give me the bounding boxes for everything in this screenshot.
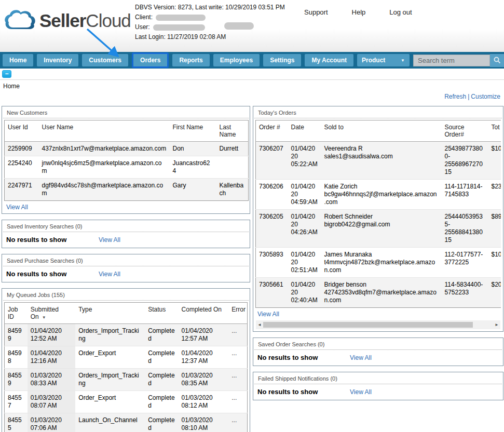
last-name-cell: Kallenbach xyxy=(216,179,249,201)
job-id-cell: 84557 xyxy=(5,391,28,413)
refresh-link[interactable]: Refresh xyxy=(444,93,466,100)
user-name-cell: 437znlx8n1xrt7w@marketplace.amazon.com xyxy=(39,142,170,156)
job-id-cell: 84559 xyxy=(5,369,28,391)
panel-title: Saved Order Searches (0) xyxy=(254,339,502,350)
completed-on-cell: 01/03/202008:12 AM xyxy=(179,391,229,413)
error-cell: ... xyxy=(228,391,247,413)
col-header-job-id[interactable]: Job ID xyxy=(5,303,28,324)
view-all-link[interactable]: View All xyxy=(255,308,281,319)
header-links: Support Help Log out xyxy=(304,8,412,16)
logout-link[interactable]: Log out xyxy=(389,8,412,16)
status-cell: Completed xyxy=(145,413,178,432)
total-cell: $10 xyxy=(488,142,501,180)
empty-message: No results to show xyxy=(6,270,99,278)
tab-inventory[interactable]: Inventory xyxy=(37,54,78,66)
tab-orders[interactable]: Orders xyxy=(133,54,167,66)
col-header-sold-to: Sold to xyxy=(321,120,442,142)
tab-settings[interactable]: Settings xyxy=(263,54,301,66)
tab-home[interactable]: Home xyxy=(3,54,33,66)
view-all-link[interactable]: View All xyxy=(99,236,120,244)
completed-on-cell: 01/04/202012:57 AM xyxy=(179,324,229,346)
dashboard-actions: Refresh|Customize xyxy=(0,91,504,103)
col-header-type[interactable]: Type xyxy=(75,303,145,324)
table-row: 84555 01/03/202007:06 AM Launch_On_Chann… xyxy=(5,413,248,432)
sold-to-cell: Katie Zorichbc9gw46hnnqs2jf@marketplace.… xyxy=(321,180,442,210)
status-cell: Completed xyxy=(145,346,178,369)
horizontal-scrollbar[interactable]: ◄ ► xyxy=(256,320,500,329)
scroll-right-icon[interactable]: ► xyxy=(493,322,500,327)
tab-reports[interactable]: Reports xyxy=(172,54,209,66)
first-name-cell: Don xyxy=(170,142,216,156)
status-cell: Completed xyxy=(145,369,178,391)
status-cell: Completed xyxy=(145,391,178,413)
sold-to-cell: Veereendra Rsales1@saudisalwa.com xyxy=(321,142,442,180)
panel-title: Saved Purchase Searches (0) xyxy=(3,255,249,266)
panel-title: Today's Orders xyxy=(254,107,502,118)
breadcrumb: Home xyxy=(0,79,504,91)
client-value-redacted xyxy=(156,15,206,21)
global-search xyxy=(413,54,504,67)
error-cell: ... xyxy=(228,324,247,346)
panel-saved-order-searches: Saved Order Searches (0) No results to s… xyxy=(253,338,503,366)
table-row: 7305893 01/04/202002:51:AM James Muranak… xyxy=(256,248,501,278)
col-header-error[interactable]: Error xyxy=(228,303,247,324)
panel-title: My Queued Jobs (155) xyxy=(3,289,249,301)
col-header-total: Tot xyxy=(488,120,501,142)
date-cell: 01/04/202002:51:AM xyxy=(288,248,321,278)
col-header-submitted-on[interactable]: Submitted On▼ xyxy=(28,303,76,324)
table-row: 7306205 01/04/202004:26:AM Robert Schnei… xyxy=(256,210,501,248)
panel-title: New Customers xyxy=(3,107,249,118)
date-cell: 01/04/202005:22:AM xyxy=(288,142,321,180)
scroll-left-icon[interactable]: ◄ xyxy=(256,322,263,327)
col-header-order-number: Order # xyxy=(256,120,288,142)
col-header-date: Date xyxy=(288,120,321,142)
last-name-cell xyxy=(216,156,249,179)
main-navbar: Home Inventory Customers Orders Reports … xyxy=(0,52,504,69)
page-header: SellerCloud DBVS Version: 8273, Last wri… xyxy=(0,0,504,52)
todays-orders-table: Order # Date Sold to Source Order# Tot xyxy=(255,120,501,308)
table-row: 84557 01/03/202008:07 AM Order_Export Co… xyxy=(5,391,248,413)
user-name-cell: dgf984vd4sc78sh@marketplace.amazon.com xyxy=(39,179,170,201)
scrollbar-thumb[interactable] xyxy=(263,322,473,328)
client-label: Client: xyxy=(135,12,153,22)
company-value-redacted xyxy=(224,22,254,30)
search-button[interactable] xyxy=(490,54,504,67)
product-scope-dropdown[interactable]: Product ▼ xyxy=(357,54,410,66)
tab-customers[interactable]: Customers xyxy=(82,54,128,66)
col-header-status[interactable]: Status xyxy=(145,303,178,324)
sold-to-cell: Robert Schneiderbigrob0422@gmail.com xyxy=(321,210,442,248)
tab-employees[interactable]: Employees xyxy=(213,54,260,66)
collapse-icon[interactable]: − xyxy=(2,70,11,78)
type-cell: Launch_On_Channel xyxy=(75,413,145,432)
table-row: 7306207 01/04/202005:22:AM Veereendra Rs… xyxy=(256,142,501,180)
first-name-cell: Juancastro624 xyxy=(170,156,216,179)
panel-saved-inventory-searches: Saved Inventory Searches (0) No results … xyxy=(2,220,250,248)
help-link[interactable]: Help xyxy=(352,8,366,16)
session-info: DBVS Version: 8273, Last write: 10/29/20… xyxy=(135,3,285,42)
new-customers-table: User Id User Name First Name Last Name 2… xyxy=(4,120,249,201)
source-order-cell: 114-5834400-5752233 xyxy=(442,278,488,308)
tab-my-account[interactable]: My Account xyxy=(305,54,353,66)
logo-seller: Seller xyxy=(39,10,86,31)
view-all-link[interactable]: View All xyxy=(4,201,30,212)
table-row: 7306206 01/04/202004:59:AM Katie Zorichb… xyxy=(256,180,501,210)
type-cell: Order_Export xyxy=(75,391,145,413)
search-input[interactable] xyxy=(413,55,490,66)
submitted-on-cell: 01/03/202008:33 AM xyxy=(28,369,76,391)
user-label: User: xyxy=(135,22,150,32)
user-name-cell: jnw0nlq4sjc6mz5@marketplace.amazon.com xyxy=(39,156,170,179)
panel-title: Failed Shipped Notifications (0) xyxy=(254,373,502,384)
total-cell: $23 xyxy=(488,180,501,210)
col-header-completed-on[interactable]: Completed On xyxy=(179,303,229,324)
customize-link[interactable]: Customize xyxy=(471,93,500,100)
view-all-link[interactable]: View All xyxy=(350,354,372,361)
source-order-cell: 112-0177577-3772225 xyxy=(442,248,488,278)
submitted-on-cell: 01/03/202008:07 AM xyxy=(28,391,76,413)
col-header-last-name: Last Name xyxy=(216,120,249,142)
panel-todays-orders: Today's Orders Order # Date Sold to Sour… xyxy=(253,106,503,332)
view-all-link[interactable]: View All xyxy=(350,388,372,396)
user-id-cell: 2254240 xyxy=(5,156,39,179)
actions-separator: | xyxy=(468,93,469,100)
view-all-link[interactable]: View All xyxy=(99,271,120,278)
support-link[interactable]: Support xyxy=(304,8,328,16)
